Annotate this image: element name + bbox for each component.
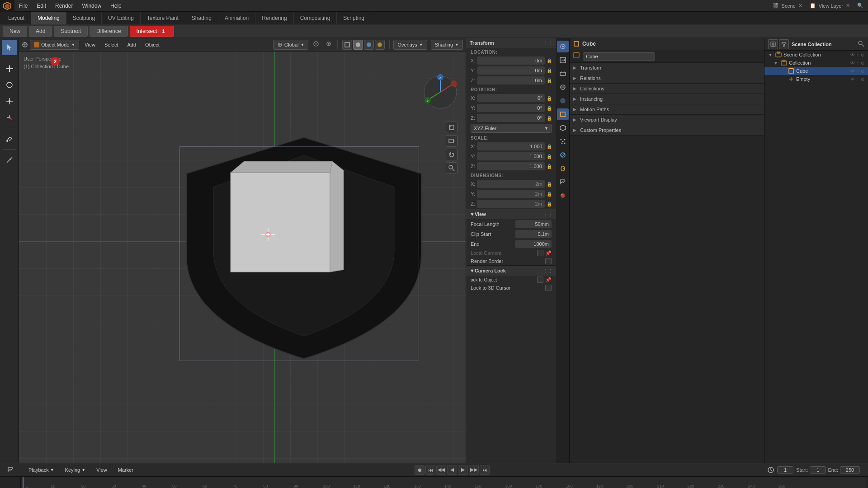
- location-y-input[interactable]: [477, 66, 545, 75]
- focal-length-input[interactable]: [515, 220, 552, 228]
- tab-texture-paint[interactable]: Texture Paint: [141, 12, 185, 24]
- tab-modeling[interactable]: Modeling: [31, 12, 66, 24]
- viewport[interactable]: Object Mode ▼ View Select Add Object Glo…: [19, 38, 466, 463]
- search-icon[interactable]: 🔍: [857, 3, 863, 9]
- location-z-input[interactable]: [477, 76, 545, 84]
- outliner-search[interactable]: [858, 41, 864, 48]
- scene-close[interactable]: ✕: [798, 3, 802, 9]
- header-add[interactable]: Add: [124, 40, 140, 50]
- dim-x-lock[interactable]: 🔒: [547, 182, 552, 187]
- render-icon[interactable]: [375, 40, 385, 50]
- clip-end-input[interactable]: [515, 240, 552, 248]
- timeline-ruler[interactable]: 1 10 20 30 40 50 60 70 80 90 100 110 120…: [23, 477, 866, 488]
- location-z-lock[interactable]: 🔒: [547, 78, 552, 83]
- prop-transform-title[interactable]: Transform: [570, 63, 764, 73]
- tab-shading[interactable]: Shading: [185, 12, 218, 24]
- tab-animation[interactable]: Animation: [218, 12, 255, 24]
- hand-btn[interactable]: [446, 149, 458, 160]
- outliner-cube-sel[interactable]: ↑: [857, 69, 859, 74]
- outliner-empty-sel[interactable]: ↑: [857, 77, 859, 82]
- outliner-col-sel[interactable]: ↑: [857, 61, 859, 66]
- header-view[interactable]: View: [81, 40, 99, 50]
- overlays-btn[interactable]: Overlays ▼: [393, 40, 427, 50]
- record-btn[interactable]: ⏺: [415, 465, 425, 475]
- tab-rendering[interactable]: Rendering: [255, 12, 293, 24]
- rotation-y-input[interactable]: [477, 104, 545, 112]
- start-frame-input[interactable]: [810, 466, 826, 474]
- solid-icon[interactable]: [353, 40, 363, 50]
- outliner-render-icon[interactable]: ⊙: [861, 52, 864, 57]
- tab-scripting[interactable]: Scripting: [337, 12, 371, 24]
- bool-difference-button[interactable]: Difference: [90, 26, 127, 37]
- play-btn[interactable]: ▶: [458, 465, 468, 475]
- camera-lock-header[interactable]: ▼ Camera Lock ⋮⋮: [466, 266, 556, 276]
- menu-file[interactable]: File: [14, 0, 32, 12]
- tab-sculpting[interactable]: Sculpting: [66, 12, 102, 24]
- prop-scene-icon[interactable]: [557, 81, 569, 93]
- lock-to-cursor-checkbox[interactable]: [545, 285, 552, 291]
- tool-move[interactable]: [2, 61, 17, 76]
- skip-end-btn[interactable]: ⏭: [480, 465, 490, 475]
- local-camera-checkbox[interactable]: [537, 250, 543, 256]
- object-name-input[interactable]: [583, 52, 655, 61]
- prop-physics-icon[interactable]: [557, 149, 569, 161]
- dim-z-lock[interactable]: 🔒: [547, 202, 552, 206]
- prop-view-icon[interactable]: [557, 68, 569, 80]
- outliner-view-icon[interactable]: 👁: [850, 52, 855, 57]
- scale-y-lock[interactable]: 🔒: [547, 154, 552, 159]
- current-frame-input[interactable]: [777, 466, 793, 474]
- prop-custom-props-title[interactable]: Custom Properties: [570, 125, 764, 135]
- wire-icon[interactable]: [342, 40, 352, 50]
- prev-frame-btn[interactable]: ◀◀: [436, 465, 446, 475]
- prop-object-icon[interactable]: [557, 108, 569, 120]
- clip-start-input[interactable]: [515, 230, 552, 238]
- prop-instancing-title[interactable]: Instancing: [570, 94, 764, 104]
- location-x-lock[interactable]: 🔒: [547, 58, 552, 63]
- skip-start-btn[interactable]: ⏮: [425, 465, 435, 475]
- prop-collections-title[interactable]: Collections: [570, 84, 764, 94]
- tool-measure[interactable]: [2, 152, 17, 168]
- local-camera-picker[interactable]: 📌: [545, 250, 552, 256]
- view-menu[interactable]: View: [93, 466, 111, 474]
- prev-btn[interactable]: ◀: [447, 465, 457, 475]
- location-x-input[interactable]: [477, 56, 545, 65]
- outliner-filter[interactable]: [779, 39, 789, 49]
- outliner-col-render[interactable]: ⊙: [861, 61, 864, 66]
- outliner-collection[interactable]: ▼ Collection 👁 ↑ ⊙: [764, 59, 868, 67]
- outliner-cube-view[interactable]: 👁: [850, 69, 855, 74]
- transform-header[interactable]: Transform ⋮⋮: [466, 38, 556, 48]
- prop-motion-paths-title[interactable]: Motion Paths: [570, 104, 764, 114]
- end-frame-input[interactable]: [840, 466, 860, 474]
- rotation-x-input[interactable]: [477, 94, 545, 102]
- bool-intersect-button[interactable]: Intersect 1: [130, 26, 174, 37]
- tab-layout[interactable]: Layout: [2, 12, 31, 24]
- bottom-editor-type[interactable]: [4, 466, 17, 474]
- scale-x-input[interactable]: [477, 142, 545, 150]
- prop-world-icon[interactable]: [557, 95, 569, 107]
- search-btn[interactable]: [446, 162, 458, 174]
- outliner-empty[interactable]: Empty 👁 ↑ ⊙: [764, 75, 868, 83]
- tool-rotate[interactable]: [2, 77, 17, 93]
- bool-new-button[interactable]: New: [3, 26, 27, 37]
- prop-particles-icon[interactable]: [557, 136, 569, 147]
- euler-select[interactable]: XYZ Euler ▼: [471, 124, 552, 133]
- prop-render-icon[interactable]: [557, 41, 569, 52]
- outliner-col-view[interactable]: 👁: [850, 61, 855, 66]
- mode-selector[interactable]: Object Mode ▼: [30, 40, 79, 50]
- next-btn[interactable]: ▶▶: [469, 465, 479, 475]
- transform-orientation[interactable]: Global ▼: [273, 40, 309, 50]
- prop-constraints-icon[interactable]: [557, 163, 569, 174]
- marker-menu[interactable]: Marker: [114, 466, 137, 474]
- menu-edit[interactable]: Edit: [32, 0, 51, 12]
- bool-subtract-button[interactable]: Subtract: [54, 26, 88, 37]
- prop-viewport-display-title[interactable]: Viewport Display: [570, 115, 764, 125]
- header-select[interactable]: Select: [101, 40, 122, 50]
- proportional-icon[interactable]: [325, 40, 333, 49]
- scale-z-lock[interactable]: 🔒: [547, 164, 552, 169]
- outliner-scene-collection[interactable]: ▼ Scene Collection 👁 ↑ ⊙: [764, 51, 868, 59]
- viewlayer-close[interactable]: ✕: [846, 3, 850, 9]
- shading-btn[interactable]: Shading ▼: [431, 40, 463, 50]
- scale-x-lock[interactable]: 🔒: [547, 144, 552, 149]
- prop-output-icon[interactable]: [557, 54, 569, 66]
- viewport-3d[interactable]: User Perspective (1) Collection | Cube 2: [19, 52, 466, 463]
